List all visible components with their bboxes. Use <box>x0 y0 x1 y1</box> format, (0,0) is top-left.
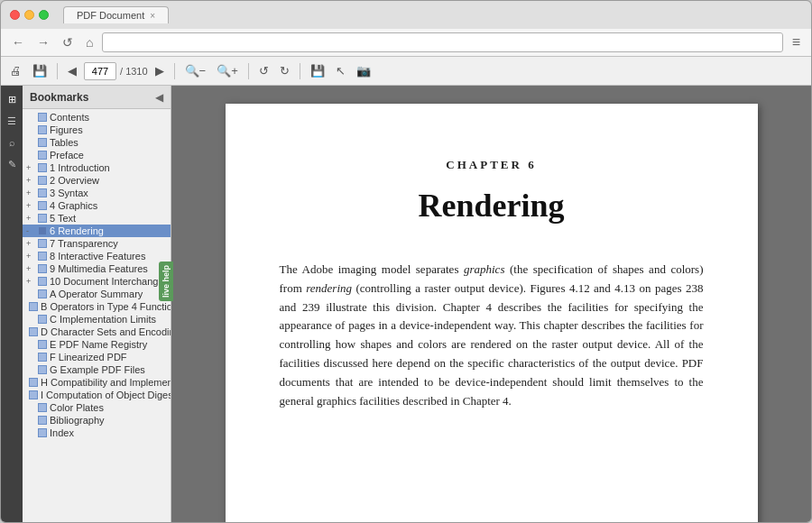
rotate-ccw-button[interactable]: ↺ <box>255 62 272 79</box>
chapter-title: Rendering <box>280 187 704 225</box>
zoom-out-button[interactable]: 🔍− <box>181 62 210 79</box>
title-bar: PDF Document × <box>1 1 811 29</box>
bookmark-list: ContentsFiguresTablesPreface+1 Introduct… <box>23 109 171 522</box>
layers-icon[interactable]: ☰ <box>4 113 20 129</box>
zoom-in-button[interactable]: 🔍+ <box>213 62 242 79</box>
chapter-body: The Adobe imaging model separates graphi… <box>280 261 704 410</box>
pdf-page: CHAPTER 6 Rendering The Adobe imaging mo… <box>226 104 758 522</box>
sidebar-collapse-button[interactable]: ◀ <box>155 91 163 104</box>
edit-icon[interactable]: ✎ <box>4 156 20 172</box>
print-button[interactable]: 🖨 <box>6 62 25 79</box>
list-item[interactable]: Color Plates <box>23 401 171 414</box>
list-item[interactable]: Preface <box>23 149 171 161</box>
pdf-toolbar: 🖨 💾 ◀ 477 / 1310 ▶ 🔍− 🔍+ ↺ ↻ 💾 ↖ 📷 <box>1 57 811 86</box>
pdf-body: ⊞ ☰ ⌕ ✎ Bookmarks ◀ ContentsFiguresTable… <box>1 86 811 522</box>
close-button[interactable] <box>10 10 20 20</box>
list-item[interactable]: Contents <box>23 111 171 124</box>
separator3 <box>248 63 249 79</box>
list-item[interactable]: E PDF Name Registry <box>23 338 171 351</box>
bookmarks-panel: Bookmarks ◀ ContentsFiguresTablesPreface… <box>23 86 171 522</box>
grid-icon[interactable]: ⊞ <box>4 91 20 107</box>
live-help-tab[interactable]: live help <box>159 262 173 301</box>
minimize-button[interactable] <box>24 10 34 20</box>
list-item[interactable]: A Operator Summary <box>23 288 171 300</box>
back-button[interactable]: ← <box>8 33 28 51</box>
traffic-lights <box>10 10 49 20</box>
separator4 <box>300 63 300 79</box>
list-item[interactable]: Tables <box>23 136 171 149</box>
forward-button[interactable]: → <box>33 33 53 51</box>
tab-area: PDF Document × <box>63 6 802 23</box>
sidebar-header: Bookmarks ◀ <box>23 86 171 109</box>
browser-tab[interactable]: PDF Document × <box>63 6 169 23</box>
address-bar[interactable] <box>102 32 782 52</box>
save-button[interactable]: 💾 <box>29 62 51 79</box>
list-item[interactable]: F Linearized PDF <box>23 351 171 363</box>
list-item[interactable]: +7 Transparency <box>23 237 171 250</box>
list-item[interactable]: D Character Sets and Encodings <box>23 326 171 338</box>
maximize-button[interactable] <box>39 10 49 20</box>
home-button[interactable]: ⌂ <box>82 33 97 51</box>
left-icon-strip: ⊞ ☰ ⌕ ✎ <box>1 86 23 522</box>
nav-bar: ← → ↺ ⌂ ≡ <box>1 29 811 57</box>
list-item[interactable]: H Compatibility and Implementation Notes <box>23 376 171 389</box>
rotate-cw-button[interactable]: ↻ <box>276 62 293 79</box>
sidebar-title: Bookmarks <box>30 91 88 104</box>
page-area[interactable]: CHAPTER 6 Rendering The Adobe imaging mo… <box>171 86 811 522</box>
list-item[interactable]: G Example PDF Files <box>23 363 171 376</box>
separator2 <box>174 63 175 79</box>
list-item[interactable]: +2 Overview <box>23 174 171 187</box>
list-item[interactable]: +9 Multimedia Features <box>23 262 171 275</box>
select-button[interactable]: ↖ <box>332 62 349 79</box>
menu-icon[interactable]: ≡ <box>789 32 804 52</box>
reload-button[interactable]: ↺ <box>59 33 77 51</box>
tab-close-icon[interactable]: × <box>150 11 155 21</box>
list-item[interactable]: C Implementation Limits <box>23 313 171 326</box>
list-item[interactable]: Index <box>23 427 171 439</box>
list-item[interactable]: +4 Graphics <box>23 199 171 212</box>
list-item[interactable]: B Operators in Type 4 Functions <box>23 300 171 313</box>
snapshot-button[interactable]: 📷 <box>353 62 374 79</box>
tab-title: PDF Document <box>77 10 144 21</box>
next-page-button[interactable]: ▶ <box>152 62 168 79</box>
list-item[interactable]: I Computation of Object Digests <box>23 389 171 401</box>
list-item[interactable]: +10 Document Interchange <box>23 275 171 288</box>
list-item[interactable]: Bibliography <box>23 414 171 427</box>
page-total: / 1310 <box>120 66 148 77</box>
save2-button[interactable]: 💾 <box>307 62 328 79</box>
list-item[interactable]: +3 Syntax <box>23 187 171 199</box>
page-number-input[interactable]: 477 <box>84 62 116 80</box>
chapter-label: CHAPTER 6 <box>280 158 704 172</box>
prev-page-button[interactable]: ◀ <box>64 62 80 79</box>
browser-window: PDF Document × ← → ↺ ⌂ ≡ 🖨 💾 ◀ 477 / 131… <box>0 0 812 523</box>
search-icon[interactable]: ⌕ <box>4 134 20 151</box>
list-item[interactable]: +5 Text <box>23 212 171 225</box>
separator1 <box>57 63 58 79</box>
list-item[interactable]: +8 Interactive Features <box>23 250 171 262</box>
list-item[interactable]: +1 Introduction <box>23 161 171 174</box>
list-item[interactable]: Figures <box>23 124 171 136</box>
list-item[interactable]: -6 Rendering <box>23 225 171 237</box>
